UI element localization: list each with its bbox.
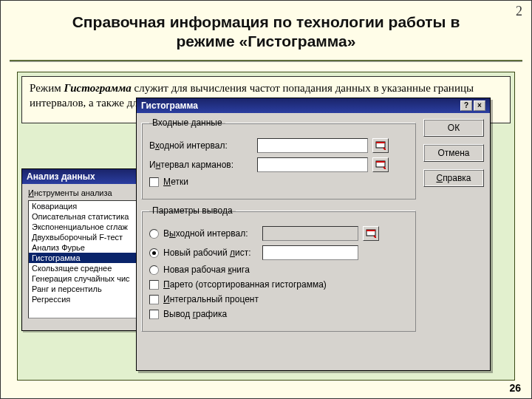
ok-button[interactable]: ОК — [423, 119, 484, 137]
cumulative-checkbox[interactable] — [149, 295, 159, 304]
intro-highlight: Гистограмма — [64, 82, 131, 94]
dialog-titlebar[interactable]: Гистограмма ? × — [137, 98, 490, 113]
group-output-params: Параметры вывода Выходной интервал: Новы… — [141, 205, 416, 332]
labels-checkbox-label: Метки — [163, 177, 188, 187]
svg-rect-1 — [376, 142, 385, 143]
group-legend: Входные данные — [149, 117, 225, 128]
range-picker-icon[interactable] — [363, 226, 379, 241]
t: В — [163, 228, 169, 239]
accel: И — [163, 294, 170, 304]
t: Вывод — [163, 309, 193, 319]
input-range-field[interactable] — [257, 138, 368, 153]
new-workbook-radio[interactable] — [149, 265, 159, 275]
t: ист: — [235, 248, 251, 258]
t: В — [149, 140, 155, 151]
range-picker-icon[interactable] — [372, 157, 389, 172]
t: рафика — [196, 309, 227, 319]
bin-range-label: Интервал карманов: — [149, 160, 253, 170]
chart-output-checkbox[interactable] — [149, 310, 159, 319]
group-legend: Параметры вывода — [149, 205, 236, 216]
svg-rect-3 — [376, 161, 385, 163]
t: И — [149, 160, 156, 170]
help-icon[interactable]: ? — [460, 100, 472, 111]
cumulative-label: Интегральный процент — [163, 294, 259, 304]
pareto-checkbox[interactable] — [149, 280, 159, 290]
accel: С — [436, 173, 443, 183]
new-worksheet-label: Новый рабочий лист: — [163, 248, 258, 258]
accel: ы — [169, 228, 176, 239]
cancel-button[interactable]: Отмена — [423, 144, 484, 162]
input-range-label: Входной интервал: — [149, 140, 253, 151]
t: Новая рабочая — [163, 265, 228, 275]
accel: П — [163, 279, 170, 290]
page-number: 26 — [509, 382, 521, 394]
chart-output-label: Вывод графика — [163, 309, 227, 319]
new-workbook-label: Новая рабочая книга — [163, 265, 250, 275]
output-range-radio[interactable] — [149, 229, 159, 239]
close-icon[interactable]: × — [474, 100, 485, 111]
dialog-histogram: Гистограмма ? × Входные данные Входной и… — [136, 98, 491, 371]
t: арето (отсортированная гистограмма) — [170, 279, 327, 290]
t: нтегральный процент — [170, 294, 259, 304]
t: ходной интервал: — [176, 228, 248, 239]
t: одной интервал: — [160, 140, 228, 151]
intro-frag: Режим — [30, 82, 64, 94]
title-line-2: режиме «Гистограмма» — [177, 33, 356, 50]
new-worksheet-field[interactable] — [262, 245, 358, 260]
t: тервал карманов: — [160, 160, 233, 170]
page-title: Справочная информация по технологии рабо… — [1, 13, 531, 52]
title-line-1: Справочная информация по технологии рабо… — [72, 13, 460, 30]
radio-dot — [152, 251, 156, 255]
dialog-title: Анализ данных — [27, 171, 95, 182]
group-input-data: Входные данные Входной интервал: Интерва… — [141, 117, 416, 200]
accel: л — [230, 248, 235, 258]
bin-range-field[interactable] — [257, 157, 368, 172]
labels-checkbox[interactable] — [149, 177, 159, 187]
title-separator — [10, 60, 522, 62]
content-panel: Режим Гистограмма служит для вычисления … — [17, 72, 515, 381]
dialog-title: Гистограмма — [141, 100, 198, 111]
label-text: нструменты анализа — [34, 188, 112, 197]
new-worksheet-radio[interactable] — [149, 248, 159, 258]
output-range-label: Выходной интервал: — [163, 228, 258, 239]
range-picker-icon[interactable] — [372, 138, 389, 153]
help-button[interactable]: Справка — [423, 169, 484, 187]
pareto-label: Парето (отсортированная гистограмма) — [163, 279, 327, 290]
t: правка — [443, 173, 471, 183]
label-accel: И — [28, 188, 34, 197]
accel: М — [163, 177, 171, 187]
t: нига — [232, 265, 250, 275]
svg-rect-5 — [366, 230, 375, 231]
output-range-field[interactable] — [262, 226, 358, 241]
t: етки — [171, 177, 188, 187]
t: Новый рабочий — [163, 248, 230, 258]
